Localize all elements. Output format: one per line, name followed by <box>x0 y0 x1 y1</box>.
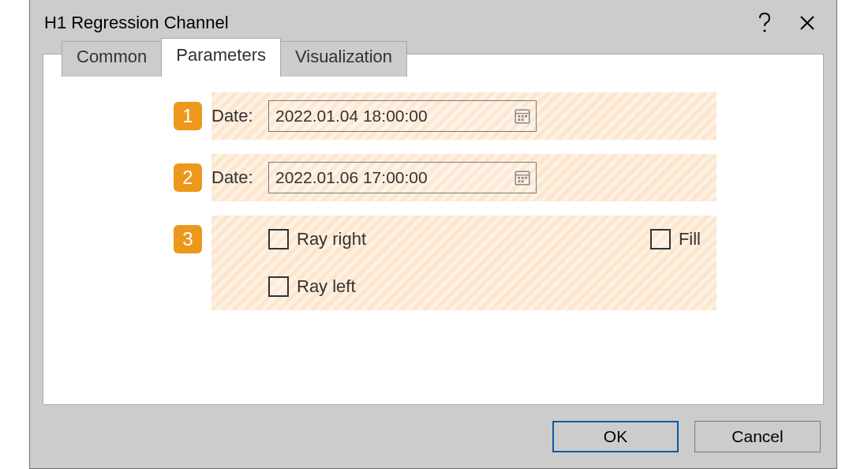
ok-button[interactable]: OK <box>552 421 679 452</box>
help-icon <box>758 12 771 34</box>
param-row-3b: Ray left <box>211 263 716 310</box>
checkbox-fill[interactable] <box>650 229 671 250</box>
close-icon <box>799 14 816 32</box>
content-panel: 1 Date: 2022.01.04 18:00:00 <box>43 54 824 405</box>
tab-visualization[interactable]: Visualization <box>280 41 407 77</box>
svg-rect-4 <box>522 115 524 118</box>
date-value-1: 2022.01.04 18:00:00 <box>275 107 514 126</box>
tab-common[interactable]: Common <box>62 41 162 77</box>
svg-rect-7 <box>522 118 524 121</box>
badge-1: 1 <box>174 102 202 130</box>
svg-rect-6 <box>518 118 521 121</box>
param-row-1: 1 Date: 2022.01.04 18:00:00 <box>211 92 716 140</box>
calendar-icon[interactable] <box>514 169 531 186</box>
label-date-2: Date: <box>211 167 268 188</box>
checkbox-ray-left[interactable] <box>268 276 289 297</box>
cancel-button[interactable]: Cancel <box>694 421 821 452</box>
svg-rect-12 <box>525 177 527 179</box>
param-row-2: 2 Date: 2022.01.06 17:00:00 <box>211 154 716 201</box>
badge-3: 3 <box>174 225 202 253</box>
dialog-window: H1 Regression Channel Common Parameters … <box>29 0 837 469</box>
tab-bar: Common Parameters Visualization <box>62 38 406 73</box>
close-button[interactable] <box>786 6 829 40</box>
date-value-2: 2022.01.06 17:00:00 <box>275 168 514 187</box>
svg-rect-14 <box>522 180 524 182</box>
svg-point-0 <box>763 29 765 32</box>
window-title: H1 Regression Channel <box>44 13 743 33</box>
help-button[interactable] <box>743 6 786 40</box>
svg-rect-11 <box>522 177 524 179</box>
calendar-icon[interactable] <box>514 107 531 125</box>
date-field-2[interactable]: 2022.01.06 17:00:00 <box>268 162 537 193</box>
label-date-1: Date: <box>211 106 268 126</box>
svg-rect-10 <box>518 177 521 179</box>
dialog-buttons: OK Cancel <box>552 421 821 452</box>
svg-rect-5 <box>525 115 527 118</box>
param-row-3a: 3 Ray right Fill <box>211 216 716 263</box>
date-field-1[interactable]: 2022.01.04 18:00:00 <box>268 100 537 132</box>
badge-2: 2 <box>174 163 202 192</box>
svg-rect-13 <box>518 180 521 182</box>
label-ray-right: Ray right <box>297 229 366 250</box>
svg-rect-3 <box>518 115 521 118</box>
label-fill: Fill <box>679 229 701 250</box>
label-ray-left: Ray left <box>297 276 356 297</box>
checkbox-ray-right[interactable] <box>268 229 289 250</box>
tab-parameters[interactable]: Parameters <box>161 38 281 74</box>
